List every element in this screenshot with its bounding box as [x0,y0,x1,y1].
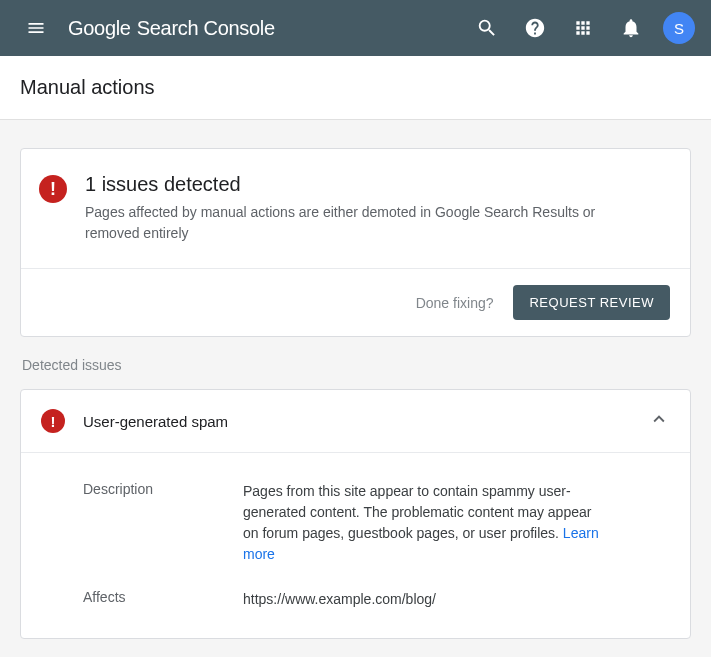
issue-card: ! User-generated spam Description Pages … [20,389,691,639]
chevron-up-icon [648,408,670,430]
summary-description: Pages affected by manual actions are eit… [85,202,605,244]
logo-primary: Google [68,17,131,40]
description-text: Pages from this site appear to contain s… [243,483,591,541]
affects-value: https://www.example.com/blog/ [243,589,603,610]
bell-icon [620,17,642,39]
affects-label: Affects [83,589,243,610]
apps-button[interactable] [563,8,603,48]
request-review-button[interactable]: REQUEST REVIEW [513,285,670,320]
collapse-toggle [648,408,670,434]
summary-body: ! 1 issues detected Pages affected by ma… [21,149,690,268]
error-icon: ! [41,409,65,433]
hamburger-icon [26,18,46,38]
apps-grid-icon [573,18,593,38]
app-header: Google Search Console S [0,0,711,56]
issue-title: User-generated spam [83,413,630,430]
description-value: Pages from this site appear to contain s… [243,481,603,565]
issue-header-toggle[interactable]: ! User-generated spam [21,390,690,452]
issue-body: Description Pages from this site appear … [21,452,690,638]
search-button[interactable] [467,8,507,48]
help-icon [524,17,546,39]
summary-text: 1 issues detected Pages affected by manu… [85,173,605,244]
detected-issues-label: Detected issues [20,357,691,373]
summary-heading: 1 issues detected [85,173,605,196]
help-button[interactable] [515,8,555,48]
issues-summary-card: ! 1 issues detected Pages affected by ma… [20,148,691,337]
title-bar: Manual actions [0,56,711,120]
user-avatar[interactable]: S [663,12,695,44]
content-area: ! 1 issues detected Pages affected by ma… [0,120,711,657]
notifications-button[interactable] [611,8,651,48]
description-label: Description [83,481,243,565]
logo: Google Search Console [68,17,275,40]
error-icon: ! [39,175,67,203]
done-fixing-label: Done fixing? [416,295,494,311]
page-title: Manual actions [20,76,155,99]
menu-button[interactable] [16,8,56,48]
search-icon [476,17,498,39]
logo-secondary: Search Console [137,17,275,40]
summary-footer: Done fixing? REQUEST REVIEW [21,268,690,336]
